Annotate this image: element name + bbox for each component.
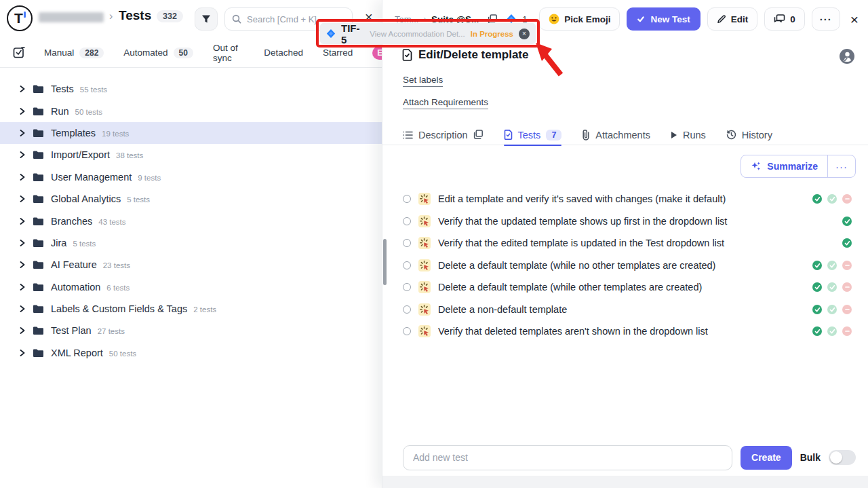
chevron-right-icon[interactable] bbox=[20, 195, 25, 202]
issue-key[interactable]: TIF-5 bbox=[341, 22, 364, 45]
folder-icon bbox=[33, 260, 44, 269]
comments-button[interactable]: 0 bbox=[764, 7, 805, 31]
status-passed-muted-icon[interactable] bbox=[827, 282, 837, 292]
chevron-right-icon[interactable] bbox=[20, 350, 25, 356]
panel-close-icon[interactable]: × bbox=[850, 12, 859, 26]
pick-emoji-button[interactable]: Pick Emoji bbox=[539, 7, 620, 31]
chevron-right-icon[interactable] bbox=[20, 218, 25, 225]
status-passed-icon[interactable] bbox=[812, 282, 822, 292]
test-count: 9 tests bbox=[138, 174, 161, 182]
set-labels-link[interactable]: Set labels bbox=[403, 75, 443, 87]
assignee-avatar[interactable] bbox=[840, 49, 854, 64]
status-passed-muted-icon[interactable] bbox=[827, 194, 837, 204]
test-count: 43 tests bbox=[98, 218, 125, 226]
scrollbar-thumb[interactable] bbox=[383, 239, 387, 285]
status-passed-muted-icon[interactable] bbox=[827, 305, 837, 314]
chevron-right-icon[interactable] bbox=[20, 130, 25, 136]
jira-diamond-icon[interactable] bbox=[507, 14, 516, 24]
test-status-circle[interactable] bbox=[403, 327, 411, 335]
sidebar-item-ai-feature[interactable]: AI Feature23 tests bbox=[0, 254, 382, 276]
pencil-icon bbox=[717, 14, 726, 24]
chevron-right-icon[interactable] bbox=[20, 327, 25, 334]
more-options-button[interactable]: ··· bbox=[812, 7, 840, 31]
status-failed-muted-icon[interactable] bbox=[842, 305, 852, 314]
test-status-circle[interactable] bbox=[403, 305, 411, 314]
chevron-right-icon[interactable] bbox=[20, 284, 25, 290]
chevron-right-icon[interactable] bbox=[20, 86, 25, 92]
filter-starred[interactable]: Starred bbox=[323, 48, 353, 58]
tab-attachments[interactable]: Attachments bbox=[582, 125, 650, 145]
test-row[interactable]: Delete a default template (while other t… bbox=[403, 276, 852, 299]
sidebar-item-xml-report[interactable]: XML Report50 tests bbox=[0, 342, 382, 364]
tab-history[interactable]: History bbox=[726, 125, 772, 145]
app-logo[interactable]: T bbox=[7, 5, 33, 31]
footer-strip bbox=[382, 476, 868, 488]
sidebar-item-branches[interactable]: Branches43 tests bbox=[0, 210, 382, 231]
test-row[interactable]: Verify that deleted templates aren't sho… bbox=[403, 320, 852, 343]
chevron-right-icon[interactable] bbox=[20, 305, 25, 312]
click-burst-emoji-icon bbox=[418, 303, 431, 316]
attach-requirements-link[interactable]: Attach Requirements bbox=[403, 97, 488, 109]
tab-runs[interactable]: Runs bbox=[671, 125, 706, 145]
click-burst-emoji-icon bbox=[418, 215, 431, 227]
filter-manual[interactable]: Manual282 bbox=[44, 48, 104, 58]
status-passed-icon[interactable] bbox=[842, 217, 852, 226]
remove-issue-icon[interactable]: × bbox=[519, 29, 530, 39]
filter-detached[interactable]: Detached bbox=[264, 48, 303, 58]
test-row[interactable]: Edit a template and verify it's saved wi… bbox=[403, 188, 852, 210]
chevron-right-icon[interactable] bbox=[20, 108, 25, 115]
sidebar-item-tests[interactable]: Tests55 tests bbox=[0, 78, 382, 100]
sidebar-item-templates[interactable]: Templates19 tests bbox=[0, 122, 382, 144]
folder-icon bbox=[33, 348, 44, 358]
status-failed-muted-icon[interactable] bbox=[842, 261, 852, 270]
filter-out-of-sync[interactable]: Out of sync bbox=[213, 43, 244, 63]
bulk-check-icon[interactable] bbox=[13, 46, 26, 59]
test-status-circle[interactable] bbox=[403, 239, 411, 247]
add-new-test-input[interactable] bbox=[403, 445, 732, 470]
status-failed-muted-icon[interactable] bbox=[842, 326, 852, 336]
test-status-circle[interactable] bbox=[403, 217, 411, 225]
tab-tests[interactable]: Tests 7 bbox=[504, 125, 562, 145]
status-passed-icon[interactable] bbox=[812, 194, 822, 204]
test-row[interactable]: Delete a default template (while no othe… bbox=[403, 255, 852, 277]
sidebar-item-labels-custom-fields-tags[interactable]: Labels & Custom Fields & Tags2 tests bbox=[0, 298, 382, 320]
filter-automated[interactable]: Automated50 bbox=[123, 48, 193, 58]
summarize-more-button[interactable]: ··· bbox=[828, 155, 855, 177]
status-failed-muted-icon[interactable] bbox=[842, 194, 852, 204]
edit-button[interactable]: Edit bbox=[707, 7, 758, 31]
copy-icon[interactable] bbox=[473, 130, 484, 140]
sidebar-item-global-analytics[interactable]: Global Analytics5 tests bbox=[0, 188, 382, 210]
status-passed-muted-icon[interactable] bbox=[827, 261, 837, 270]
test-status-circle[interactable] bbox=[403, 261, 411, 269]
status-passed-icon[interactable] bbox=[812, 261, 822, 270]
folder-icon bbox=[33, 304, 44, 314]
sidebar-item-run[interactable]: Run50 tests bbox=[0, 100, 382, 121]
sidebar-item-jira[interactable]: Jira5 tests bbox=[0, 232, 382, 254]
linked-issue-chip[interactable]: TIF-5 View Accommodation Det... In Progr… bbox=[320, 23, 536, 44]
tab-description[interactable]: Description bbox=[403, 125, 484, 145]
bulk-toggle[interactable] bbox=[829, 450, 856, 465]
project-name-blurred[interactable] bbox=[39, 12, 104, 22]
sidebar-item-test-plan[interactable]: Test Plan27 tests bbox=[0, 320, 382, 341]
status-failed-muted-icon[interactable] bbox=[842, 282, 852, 292]
test-row[interactable]: Verify that the edited template is updat… bbox=[403, 232, 852, 255]
chevron-right-icon[interactable] bbox=[20, 151, 25, 158]
create-button[interactable]: Create bbox=[741, 446, 792, 470]
new-test-button[interactable]: New Test bbox=[627, 7, 700, 31]
test-row[interactable]: Verify that the updated template shows u… bbox=[403, 210, 852, 233]
sidebar-item-automation[interactable]: Automation6 tests bbox=[0, 276, 382, 298]
test-status-circle[interactable] bbox=[403, 195, 411, 203]
status-passed-icon[interactable] bbox=[842, 238, 852, 248]
summarize-button[interactable]: Summarize bbox=[741, 155, 827, 177]
test-status-circle[interactable] bbox=[403, 283, 411, 291]
status-passed-icon[interactable] bbox=[812, 326, 822, 336]
status-passed-muted-icon[interactable] bbox=[827, 326, 837, 336]
status-passed-icon[interactable] bbox=[812, 305, 822, 314]
chevron-right-icon[interactable] bbox=[20, 174, 25, 181]
chevron-right-icon[interactable] bbox=[20, 240, 25, 246]
chevron-right-icon[interactable] bbox=[20, 261, 25, 268]
filter-button[interactable] bbox=[195, 7, 218, 31]
sidebar-item-user-management[interactable]: User Management9 tests bbox=[0, 166, 382, 188]
sidebar-item-import-export[interactable]: Import/Export38 tests bbox=[0, 144, 382, 166]
test-row[interactable]: Delete a non-default template bbox=[403, 299, 852, 321]
